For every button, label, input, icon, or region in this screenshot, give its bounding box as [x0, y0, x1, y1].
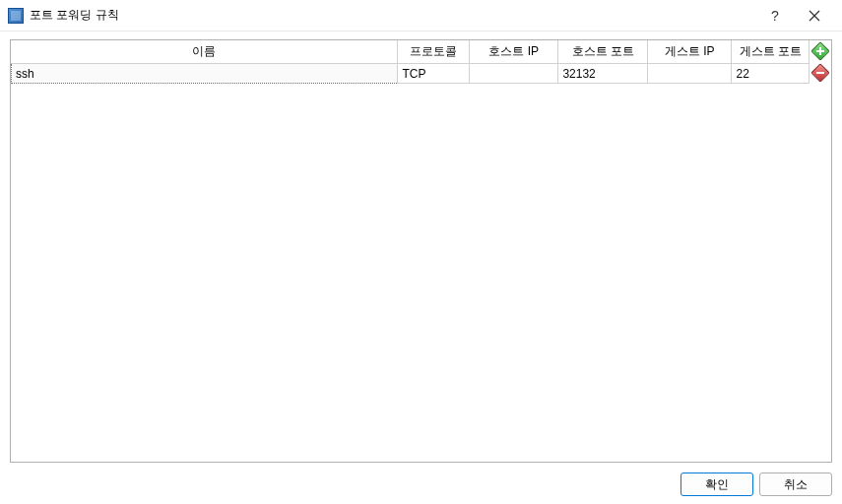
plus-icon — [810, 41, 830, 61]
app-icon — [8, 8, 24, 24]
cancel-button[interactable]: 취소 — [759, 472, 832, 496]
add-rule-button[interactable] — [811, 42, 829, 60]
col-header-guest-port[interactable]: 게스트 포트 — [732, 40, 810, 64]
cell-host-ip[interactable] — [469, 64, 558, 84]
window-title: 포트 포워딩 규칙 — [30, 7, 755, 24]
cell-protocol[interactable]: TCP — [398, 64, 469, 84]
close-button[interactable] — [795, 2, 834, 30]
remove-rule-button[interactable] — [811, 64, 829, 82]
minus-icon — [810, 63, 830, 83]
col-header-guest-ip[interactable]: 게스트 IP — [647, 40, 732, 64]
cell-guest-port[interactable]: 22 — [732, 64, 810, 84]
content-panel: 이름 프로토콜 호스트 IP 호스트 포트 게스트 IP 게스트 포트 ssh … — [10, 39, 832, 463]
ok-button[interactable]: 확인 — [680, 472, 753, 496]
help-button[interactable]: ? — [755, 2, 795, 30]
col-header-host-ip[interactable]: 호스트 IP — [469, 40, 558, 64]
col-header-protocol[interactable]: 프로토콜 — [398, 40, 469, 64]
col-header-name[interactable]: 이름 — [12, 40, 398, 64]
table-row[interactable]: ssh TCP 32132 22 — [12, 64, 810, 84]
side-buttons — [810, 40, 831, 462]
dialog-footer: 확인 취소 — [680, 472, 832, 496]
rules-table-wrap: 이름 프로토콜 호스트 IP 호스트 포트 게스트 IP 게스트 포트 ssh … — [11, 40, 810, 462]
cell-guest-ip[interactable] — [647, 64, 732, 84]
cell-host-port[interactable]: 32132 — [558, 64, 648, 84]
titlebar: 포트 포워딩 규칙 ? — [0, 0, 842, 32]
col-header-host-port[interactable]: 호스트 포트 — [558, 40, 648, 64]
table-header-row: 이름 프로토콜 호스트 IP 호스트 포트 게스트 IP 게스트 포트 — [12, 40, 810, 64]
close-icon — [809, 10, 820, 22]
rules-table: 이름 프로토콜 호스트 IP 호스트 포트 게스트 IP 게스트 포트 ssh … — [11, 40, 810, 84]
cell-name[interactable]: ssh — [12, 64, 398, 84]
